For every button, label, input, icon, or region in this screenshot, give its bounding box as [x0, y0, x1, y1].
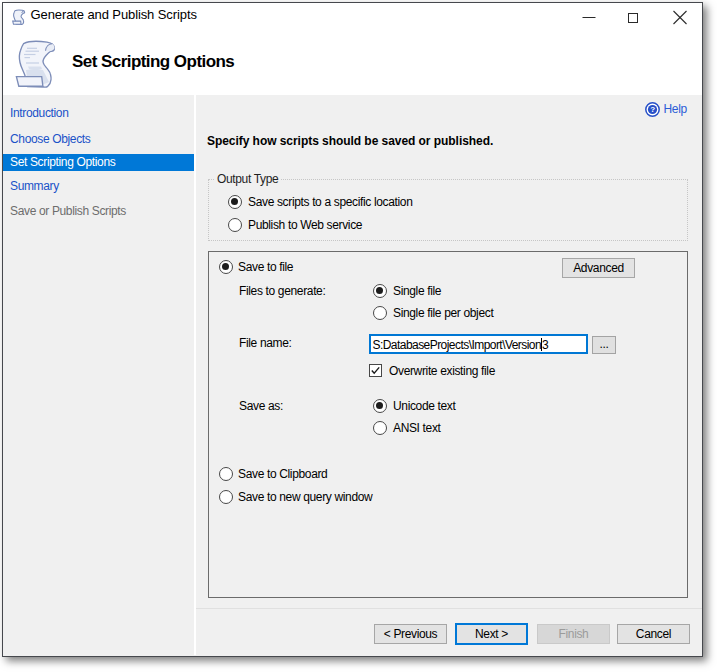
svg-text:?: ? [650, 105, 655, 114]
